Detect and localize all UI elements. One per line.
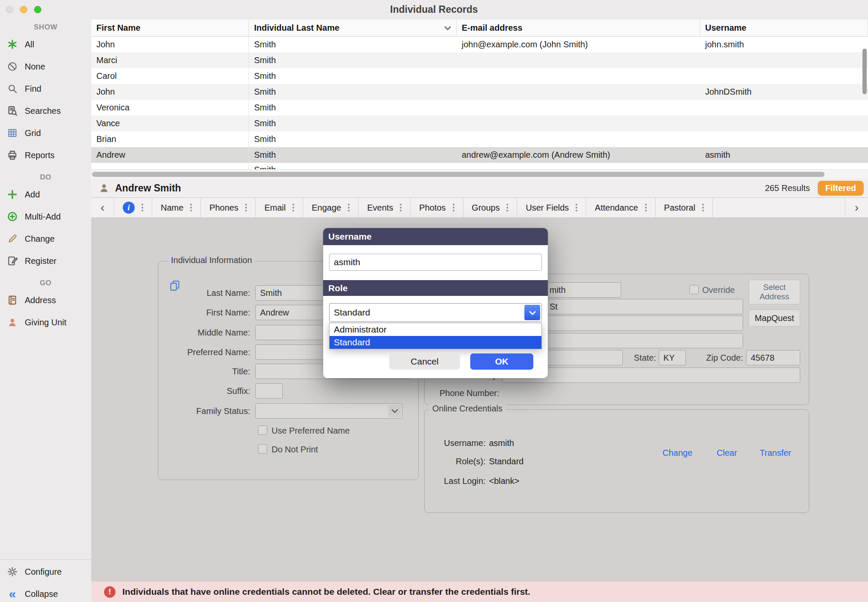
horizontal-scrollbar[interactable] [91,169,868,179]
cancel-button[interactable]: Cancel [389,353,460,370]
address-name-visible-text: mith [550,285,566,295]
tab-menu-dots-icon[interactable] [702,207,704,208]
tab-menu-dots-icon[interactable] [506,207,508,208]
use-preferred-name-checkbox[interactable] [258,425,267,435]
tabs-scroll-right-button[interactable]: › [845,198,868,217]
sidebar-item-grid[interactable]: Grid [0,122,91,144]
override-checkbox[interactable] [689,285,699,294]
state-field[interactable]: KY [659,350,686,365]
tab-menu-dots-icon[interactable] [142,207,143,208]
table-row[interactable]: Marci Smith [91,52,868,68]
username-input[interactable] [329,254,542,271]
sidebar-item-collapse[interactable]: « Collapse [0,583,91,602]
table-row[interactable]: Veronica Smith [91,100,868,116]
tab-events[interactable]: Events [359,198,411,217]
column-header-first-name[interactable]: First Name [91,19,249,36]
column-header-username[interactable]: Username [700,19,868,36]
table-row[interactable]: John Smith JohnDSmith [91,84,868,100]
sidebar-item-add[interactable]: Add [0,183,91,205]
table-row[interactable]: Brian Smith [91,131,868,147]
sidebar-item-none[interactable]: None [0,55,91,78]
sidebar-item-all[interactable]: All [0,33,91,55]
vertical-scrollbar-thumb[interactable] [862,49,867,94]
tab-menu-dots-icon[interactable] [453,207,454,208]
sidebar-item-label: Configure [25,567,62,577]
role-option-standard[interactable]: Standard [330,336,541,349]
window-title: Individual Records [390,4,478,15]
column-header-last-name[interactable]: Individual Last Name [249,19,457,36]
sidebar-item-label: Address [25,295,56,305]
sidebar-item-label: Multi-Add [25,212,61,222]
none-circle-slash-icon [6,60,19,73]
table-row[interactable]: Vance Smith [91,116,868,131]
transfer-credentials-link[interactable]: Transfer [760,448,791,458]
tab-menu-dots-icon[interactable] [645,207,647,208]
cell-first-name: John [91,84,249,100]
tab-phones[interactable]: Phones [201,198,256,217]
suffix-field[interactable] [255,383,283,399]
tab-pastoral[interactable]: Pastoral [656,198,713,217]
sidebar-item-register[interactable]: Register [0,250,91,272]
tab-menu-dots-icon[interactable] [576,207,577,208]
table-row-partial[interactable]: Smith [91,163,868,169]
sidebar-item-label: None [25,62,45,72]
clear-credentials-link[interactable]: Clear [717,448,737,458]
close-window-button[interactable] [6,6,13,13]
filtered-badge[interactable]: Filtered [818,181,864,196]
family-status-dropdown-field[interactable] [255,403,402,419]
cell-first-name: Andrew [91,147,249,163]
do-not-print-checkbox[interactable] [258,444,267,454]
sidebar-item-multi-add[interactable]: Multi-Add [0,205,91,228]
sidebar-item-change[interactable]: Change [0,228,91,250]
chevron-down-icon[interactable] [444,23,451,33]
tab-name[interactable]: Name [152,198,201,217]
tab-groups[interactable]: Groups [463,198,518,217]
sidebar-item-find[interactable]: Find [0,78,91,100]
last-name-label: Last Name: [158,288,250,298]
cell-email: john@example.com (John Smith) [457,37,700,52]
sidebar-item-giving-unit[interactable]: Giving Unit [0,311,91,333]
sidebar-section-do: DO [0,173,91,182]
table-row[interactable]: John Smith john@example.com (John Smith)… [91,37,868,52]
chevron-down-icon[interactable] [388,405,401,417]
tab-user-fields[interactable]: User Fields [517,198,586,217]
column-header-email[interactable]: E-mail address [457,19,700,36]
tab-engage[interactable]: Engage [303,198,359,217]
app-window: Individual Records SHOW All None Find [0,0,868,602]
zip-code-field[interactable]: 45678 [746,350,800,365]
role-option-administrator[interactable]: Administrator [330,323,541,336]
tabs-scroll-left-button[interactable]: ‹ [91,198,114,217]
sidebar-item-searches[interactable]: Searches [0,100,91,122]
tab-email[interactable]: Email [256,198,303,217]
zoom-window-button[interactable] [34,6,41,13]
sidebar-item-address[interactable]: Address [0,289,91,311]
table-row-selected[interactable]: Andrew Smith andrew@example.com (Andrew … [91,147,868,163]
dropdown-button[interactable] [524,305,540,320]
table-row[interactable]: Carol Smith [91,68,868,84]
role-dropdown[interactable]: Standard [329,303,542,322]
cell-last-name: Smith [249,163,457,169]
tab-attendance[interactable]: Attendance [586,198,655,217]
sidebar-item-label: Register [25,256,56,266]
address-book-icon [6,294,19,307]
person-bust-icon [98,182,110,194]
tab-menu-dots-icon[interactable] [348,207,350,208]
sidebar-section-show: SHOW [0,23,91,32]
table-header-row: First Name Individual Last Name E-mail a… [91,19,868,37]
tab-menu-dots-icon[interactable] [190,207,192,208]
sidebar-item-label: Grid [25,128,41,138]
tab-menu-dots-icon[interactable] [245,207,247,208]
mapquest-button[interactable]: MapQuest [749,310,800,327]
cell-last-name: Smith [249,131,457,147]
ok-button[interactable]: OK [470,353,533,370]
minimize-window-button[interactable] [20,6,27,13]
tab-photos[interactable]: Photos [411,198,463,217]
sidebar-item-configure[interactable]: Configure [0,561,91,583]
tab-menu-dots-icon[interactable] [400,207,402,208]
select-address-button[interactable]: Select Address [749,280,800,304]
change-credentials-link[interactable]: Change [663,448,692,458]
tab-info[interactable]: i [114,198,152,217]
horizontal-scrollbar-thumb[interactable] [92,172,825,177]
sidebar-item-reports[interactable]: Reports [0,144,91,166]
tab-menu-dots-icon[interactable] [292,207,294,208]
